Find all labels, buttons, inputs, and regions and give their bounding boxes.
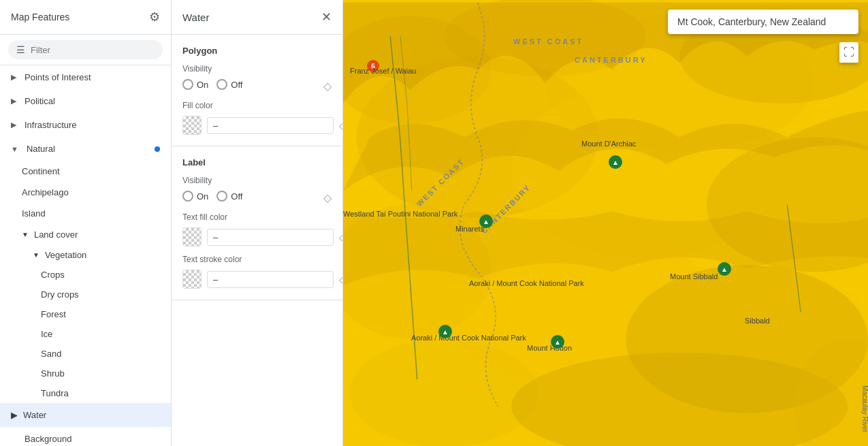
- filter-icon: ☰: [16, 44, 25, 55]
- sidebar-item-label: Water: [23, 410, 46, 420]
- polygon-section-title: Polygon: [182, 46, 332, 56]
- map-terrain: [343, 0, 868, 446]
- filter-container: ☰: [8, 40, 163, 59]
- fill-color-label: Fill color: [182, 101, 332, 110]
- sidebar-item-forest[interactable]: Forest: [0, 304, 171, 324]
- radio-circle-off: [216, 79, 227, 90]
- panel-header: Water ✕: [172, 0, 342, 35]
- sidebar-item-continent[interactable]: Continent: [0, 161, 171, 182]
- filter-input[interactable]: [31, 45, 155, 55]
- map-area[interactable]: 6 WEST COAST CANTERBURY WEST COAST CANTE…: [343, 0, 868, 446]
- visibility-label: Visibility: [182, 64, 332, 74]
- sidebar-item-label: Background: [25, 434, 71, 444]
- sidebar-item-label: Archipelago: [22, 187, 69, 197]
- chevron-down-icon: ▼: [33, 251, 39, 259]
- sidebar-item-label: Continent: [22, 166, 60, 176]
- label-radio-on[interactable]: On: [182, 191, 208, 202]
- label-radio-group: On Off: [182, 191, 323, 202]
- chevron-right-icon: ▶: [11, 97, 16, 106]
- fill-color-input[interactable]: [207, 117, 334, 134]
- text-stroke-color-row: ◇: [182, 270, 332, 289]
- sidebar-item-label: Points of Interest: [25, 72, 91, 82]
- text-fill-color-input[interactable]: [207, 229, 334, 246]
- text-fill-color-label: Text fill color: [182, 212, 332, 222]
- fullscreen-button[interactable]: ⛶: [839, 42, 858, 63]
- sidebar-item-archipelago[interactable]: Archipelago: [0, 182, 171, 203]
- sidebar-item-label: Vegetation: [45, 250, 86, 260]
- sidebar-item-island[interactable]: Island: [0, 203, 171, 224]
- sidebar-item-label: Natural: [27, 144, 55, 154]
- visibility-row: On Off ◇: [182, 79, 332, 93]
- sidebar-item-points-of-interest[interactable]: ▶ Points of Interest: [0, 65, 171, 89]
- close-button[interactable]: ✕: [321, 10, 332, 25]
- sidebar-item-infrastructure[interactable]: ▶ Infrastructure: [0, 113, 171, 137]
- chevron-right-icon: ▶: [11, 410, 18, 420]
- sidebar: Map Features ⚙ ☰ ▶ Points of Interest ▶ …: [0, 0, 172, 446]
- panel-title: Water: [182, 12, 209, 23]
- text-fill-color-row: ◇: [182, 227, 332, 246]
- fill-color-preview[interactable]: [182, 116, 202, 135]
- sidebar-item-sand[interactable]: Sand: [0, 344, 171, 364]
- text-stroke-color-label: Text stroke color: [182, 255, 332, 264]
- sidebar-title: Map Features: [11, 12, 69, 22]
- radio-group: On Off: [182, 79, 323, 90]
- label-radio-circle-on: [182, 191, 193, 202]
- sidebar-item-label: Land cover: [34, 229, 78, 240]
- sidebar-item-label: Island: [22, 208, 46, 219]
- radio-on-label: On: [197, 80, 208, 90]
- map-search: [668, 10, 858, 34]
- sidebar-header: Map Features ⚙: [0, 0, 171, 35]
- map-search-input[interactable]: [668, 10, 858, 34]
- reset-diamond-button[interactable]: ◇: [323, 80, 332, 93]
- road-marker-6: 6: [367, 60, 379, 72]
- chevron-down-icon: ▼: [22, 231, 29, 238]
- chevron-right-icon: ▶: [11, 73, 16, 82]
- fullscreen-container: ⛶: [839, 42, 858, 63]
- sidebar-item-crops[interactable]: Crops: [0, 265, 171, 285]
- text-stroke-color-input[interactable]: [207, 271, 334, 288]
- label-radio-circle-off: [216, 191, 227, 202]
- label-radio-on-label: On: [197, 191, 208, 202]
- fill-color-row: ◇: [182, 116, 332, 135]
- label-radio-off-label: Off: [231, 191, 242, 202]
- label-visibility-row: On Off ◇: [182, 191, 332, 204]
- sidebar-item-natural[interactable]: ▼ Natural: [0, 137, 171, 161]
- sidebar-item-land-cover[interactable]: ▼ Land cover: [0, 224, 171, 245]
- sidebar-item-label: Infrastructure: [25, 120, 77, 130]
- sidebar-item-tundra[interactable]: Tundra: [0, 383, 171, 403]
- text-stroke-color-preview[interactable]: [182, 270, 202, 289]
- radio-off-label: Off: [231, 80, 242, 90]
- filter-bar: ☰: [0, 35, 171, 65]
- sidebar-item-vegetation[interactable]: ▼ Vegetation: [0, 245, 171, 265]
- text-fill-color-preview[interactable]: [182, 227, 202, 246]
- label-visibility-label: Visibility: [182, 176, 332, 185]
- reset-label-visibility-button[interactable]: ◇: [323, 191, 332, 204]
- radio-on[interactable]: On: [182, 79, 208, 90]
- sidebar-item-political[interactable]: ▶ Political: [0, 89, 171, 113]
- chevron-down-icon: ▼: [11, 145, 18, 153]
- gear-icon[interactable]: ⚙: [149, 10, 160, 25]
- polygon-section: Polygon Visibility On Off ◇ Fill color ◇: [172, 35, 342, 146]
- radio-off[interactable]: Off: [216, 79, 242, 90]
- sidebar-item-ice[interactable]: Ice: [0, 324, 171, 344]
- sidebar-item-dry-crops[interactable]: Dry crops: [0, 285, 171, 304]
- detail-panel: Water ✕ Polygon Visibility On Off ◇ Fill…: [172, 0, 343, 446]
- sidebar-item-water[interactable]: ▶ Water: [0, 403, 171, 427]
- chevron-right-icon: ▶: [11, 121, 16, 129]
- sidebar-item-label: Political: [25, 96, 55, 106]
- label-section-title: Label: [182, 157, 332, 168]
- label-section: Label Visibility On Off ◇ Text fill colo…: [172, 146, 342, 300]
- svg-point-11: [350, 339, 539, 446]
- sidebar-item-shrub[interactable]: Shrub: [0, 364, 171, 383]
- active-dot: [155, 146, 160, 152]
- sidebar-item-background[interactable]: Background: [0, 427, 171, 446]
- radio-circle-on: [182, 79, 193, 90]
- label-radio-off[interactable]: Off: [216, 191, 242, 202]
